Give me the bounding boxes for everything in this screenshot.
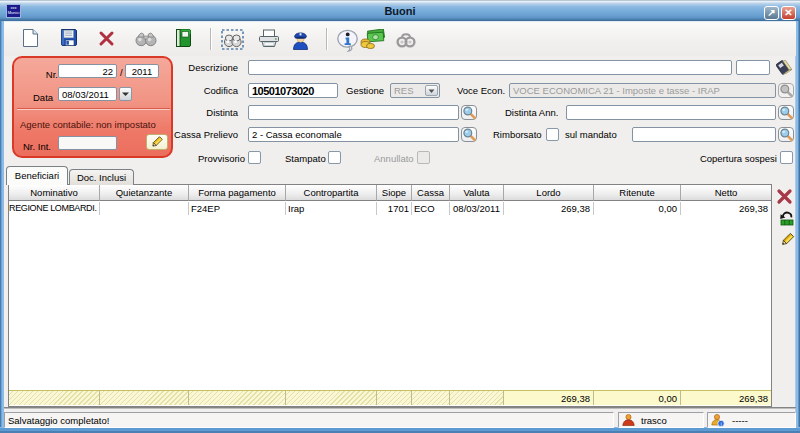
svg-text:i: i [720, 421, 721, 427]
